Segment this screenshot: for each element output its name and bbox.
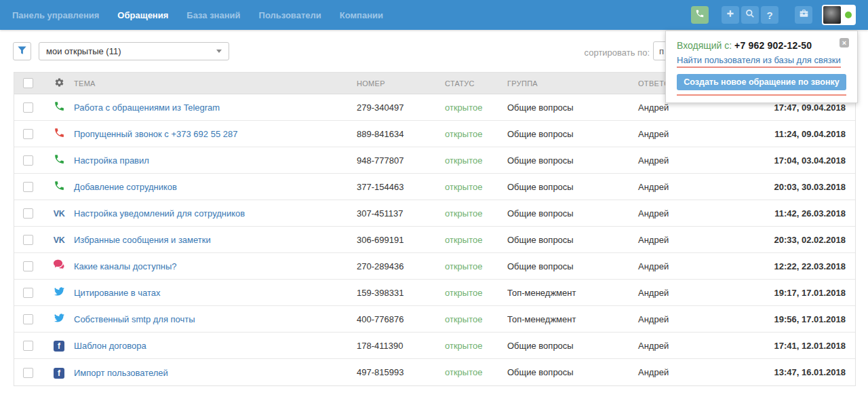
ticket-date: 12:22, 22.03.2018 [753, 261, 855, 271]
select-all-checkbox[interactable] [23, 78, 33, 88]
phone-call-button[interactable] [691, 6, 709, 24]
ticket-status: открытое [445, 155, 507, 166]
table-row: VK Настройка уведомлений для сотрудников… [14, 200, 855, 227]
ticket-topic-link[interactable]: Избранные сообщения и заметки [74, 235, 211, 245]
ticket-date: 19:17, 17.01.2018 [753, 288, 855, 298]
incoming-call-line: Входящий с: +7 962 902-12-50 [677, 40, 846, 51]
close-icon[interactable]: × [840, 38, 849, 48]
ticket-topic-link[interactable]: Цитирование в чатах [74, 288, 161, 298]
ticket-date: 17:47, 09.04.2018 [753, 102, 855, 113]
vk-icon: VK [54, 207, 64, 219]
avatar [823, 6, 841, 24]
row-checkbox-cell [14, 101, 47, 113]
ticket-topic-link[interactable]: Какие каналы доступны? [74, 261, 176, 271]
ticket-topic-link[interactable]: Импорт пользователей [74, 368, 168, 378]
user-menu[interactable] [822, 5, 856, 25]
create-ticket-by-call-button[interactable]: Создать новое обращение по звонку [677, 74, 846, 90]
filter-button[interactable] [13, 42, 31, 60]
services-button[interactable] [795, 6, 812, 24]
row-checkbox[interactable] [23, 341, 33, 351]
table-row: VK Избранные сообщения и заметки 306-699… [14, 227, 855, 253]
nav-item-users[interactable]: Пользователи [259, 10, 321, 20]
header-number[interactable]: НОМЕР [357, 79, 445, 88]
row-checkbox[interactable] [23, 102, 33, 113]
header-topic[interactable]: ТЕМА [71, 79, 357, 88]
row-checkbox[interactable] [23, 314, 33, 324]
ticket-status: открытое [445, 102, 507, 113]
ticket-topic-link[interactable]: Пропущенный звонок с +373 692 55 287 [74, 129, 237, 139]
create-ticket-button-wrap: Создать новое обращение по звонку [677, 74, 846, 96]
row-checkbox[interactable] [23, 182, 33, 192]
ticket-group: Общие вопросы [507, 129, 638, 139]
main-nav-items: Панель управленияОбращенияБаза знанийПол… [12, 10, 383, 20]
tickets-page: Панель управленияОбращенияБаза знанийПол… [0, 0, 868, 397]
find-user-link[interactable]: Найти пользователя из базы для связки [677, 55, 841, 68]
row-checkbox[interactable] [23, 288, 33, 298]
ticket-status: открытое [445, 367, 507, 377]
row-checkbox-cell [14, 366, 47, 379]
header-status[interactable]: СТАТУС [445, 79, 507, 88]
ticket-topic-link[interactable]: Работа с обращениями из Telegram [74, 102, 220, 113]
incoming-call-popup: × Входящий с: +7 962 902-12-50 Найти пол… [665, 31, 858, 103]
chat-icon [53, 259, 65, 273]
sort-label: сортировать по: [585, 48, 650, 58]
facebook-icon: f [54, 339, 64, 352]
add-ticket-button[interactable] [722, 6, 739, 24]
ticket-group: Общие вопросы [507, 155, 638, 166]
ticket-date: 19:56, 17.01.2018 [753, 314, 855, 324]
row-checkbox[interactable] [23, 261, 33, 271]
ticket-assignee: Андрей [638, 314, 753, 324]
briefcase-icon [799, 9, 809, 21]
tickets-table: ТЕМА НОМЕР СТАТУС ГРУППА ОТВЕТСТВЕННЫЙ Р… [14, 72, 856, 386]
ticket-group: Общие вопросы [507, 235, 638, 245]
row-checkbox[interactable] [23, 235, 33, 245]
help-button[interactable]: ? [761, 6, 778, 24]
ticket-topic-link[interactable]: Шаблон договора [74, 341, 146, 351]
table-row: Какие каналы доступны? 270-289436 открыт… [14, 253, 855, 280]
ticket-date: 13:47, 16.01.2018 [753, 367, 855, 377]
row-checkbox[interactable] [23, 129, 33, 139]
call-incoming-icon [54, 100, 65, 115]
ticket-group: Общие вопросы [507, 102, 638, 113]
ticket-status: открытое [445, 129, 507, 139]
ticket-date: 17:04, 03.04.2018 [753, 155, 855, 166]
online-status-dot [845, 12, 852, 18]
ticket-topic-link[interactable]: Настройка уведомлений для сотрудников [74, 208, 245, 219]
row-checkbox[interactable] [23, 155, 33, 166]
table-row: f Импорт пользователей 497-815993 открыт… [14, 359, 855, 385]
ticket-number: 279-340497 [357, 102, 445, 113]
nav-item-knowledge-base[interactable]: База знаний [186, 10, 240, 20]
row-checkbox-cell [14, 207, 47, 219]
ticket-topic-link[interactable]: Добавление сотрудников [74, 182, 177, 192]
ticket-number: 159-398331 [357, 288, 445, 298]
nav-actions: ? [691, 5, 856, 25]
row-checkbox[interactable] [23, 208, 33, 219]
ticket-assignee: Андрей [638, 235, 753, 245]
column-settings[interactable] [47, 77, 71, 89]
nav-item-dashboard[interactable]: Панель управления [12, 10, 99, 20]
ticket-status: открытое [445, 261, 507, 271]
ticket-status: открытое [445, 341, 507, 351]
ticket-assignee: Андрей [638, 367, 753, 377]
ticket-assignee: Андрей [638, 341, 753, 351]
table-row: Добавление сотрудников 377-154463 открыт… [14, 174, 855, 200]
nav-item-companies[interactable]: Компании [340, 10, 383, 20]
ticket-topic-link[interactable]: Собственный smtp для почты [74, 314, 195, 324]
nav-item-tickets[interactable]: Обращения [117, 10, 168, 20]
ticket-number: 889-841634 [357, 129, 445, 139]
search-button[interactable] [741, 6, 759, 24]
ticket-topic-link[interactable]: Настройка правил [74, 155, 149, 166]
ticket-date: 20:03, 30.03.2018 [753, 182, 855, 192]
row-checkbox[interactable] [23, 368, 33, 378]
row-checkbox-cell [14, 154, 47, 166]
ticket-assignee: Андрей [638, 155, 753, 166]
ticket-assignee: Андрей [638, 102, 753, 113]
filter-preset-select[interactable]: мои открытые (11) [39, 42, 229, 60]
incoming-label: Входящий с: [677, 40, 732, 51]
question-icon: ? [766, 10, 772, 21]
call-missed-icon [54, 127, 65, 141]
ticket-number: 400-776876 [357, 314, 445, 324]
select-all-cell [14, 78, 47, 88]
header-group[interactable]: ГРУППА [507, 79, 638, 88]
caller-phone-number: +7 962 902-12-50 [734, 40, 812, 51]
